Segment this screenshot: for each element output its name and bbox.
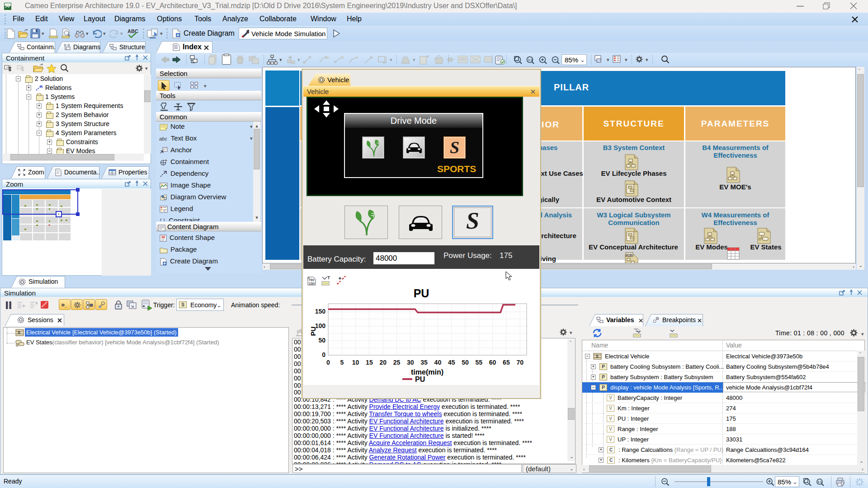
svg-text:ICD: ICD [626,253,632,257]
svg-text:35: 35 [420,359,428,366]
svg-text:40: 40 [434,359,442,366]
svg-text:0: 0 [326,359,330,366]
svg-text:30: 30 [407,359,414,366]
svg-text:CSV: CSV [309,282,315,285]
svg-text:150: 150 [315,308,326,315]
svg-text:50: 50 [462,359,469,366]
svg-text:25: 25 [393,359,401,366]
svg-text:PU: PU [310,327,317,336]
svg-text:TSV: TSV [309,278,315,282]
svg-text:1:1: 1:1 [528,58,533,61]
svg-text:S: S [596,354,599,358]
svg-text:0: 0 [322,351,326,358]
svg-text:45: 45 [448,359,455,366]
svg-text:PU: PU [415,375,425,383]
svg-text:55: 55 [476,359,483,366]
svg-text:50: 50 [318,337,326,344]
svg-text:70: 70 [516,359,524,366]
svg-text:time(min): time(min) [411,368,443,376]
svg-text:20: 20 [379,359,387,366]
svg-text:60: 60 [489,359,496,366]
svg-text:10: 10 [352,359,359,366]
svg-text:5: 5 [340,359,344,366]
svg-text:S: S [18,330,20,335]
svg-text:65: 65 [503,359,510,366]
svg-text:1:1: 1:1 [818,480,822,483]
svg-text:15: 15 [366,359,373,366]
